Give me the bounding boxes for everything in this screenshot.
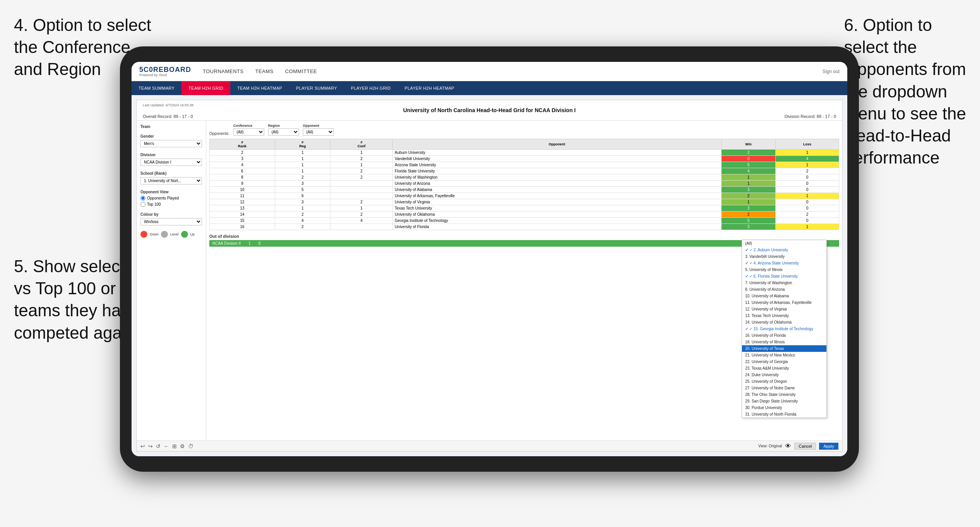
conference-label: Conference (233, 124, 264, 128)
dropdown-item[interactable]: 18. University of Illinois (742, 339, 826, 345)
sidebar-gender-section: Gender Men's (140, 134, 202, 147)
dropdown-item[interactable]: ✓ 2. Auburn University (742, 247, 826, 253)
nav-committee[interactable]: COMMITTEE (285, 68, 317, 74)
dropdown-item[interactable]: 5. University of Illinois (742, 266, 826, 273)
subnav-player-h2h-heatmap[interactable]: PLAYER H2H HEATMAP (398, 81, 461, 95)
conference-filter: Conference (All) (233, 124, 264, 136)
cell-conf: 1 (330, 205, 393, 211)
apply-button[interactable]: Apply (819, 443, 838, 450)
dropdown-item[interactable]: ✓ 6. Florida State University (742, 273, 826, 280)
settings-btn[interactable]: ⚙ (180, 443, 185, 449)
cell-name: University of Arizona (393, 181, 722, 187)
dropdown-item[interactable]: 10. University of Alabama (742, 293, 826, 299)
opponent-select[interactable]: (All) (303, 128, 334, 136)
table-row: 10 5 University of Alabama 3 0 (210, 187, 839, 193)
region-filter: Region (All) (268, 124, 299, 136)
dropdown-item[interactable]: 29. San Diego State University (742, 398, 826, 404)
cell-loss: 2 (776, 211, 839, 218)
dropdown-item[interactable]: 11. University of Arkansas, Fayetteville (742, 299, 826, 306)
subnav-team-summary[interactable]: TEAM SUMMARY (132, 81, 181, 95)
nav-tournaments[interactable]: TOURNAMENTS (203, 68, 244, 74)
table-row: 3 1 2 Vanderbilt University 0 4 (210, 156, 839, 162)
colour-by-select[interactable]: Win/loss (140, 218, 202, 225)
opponent-view-radio: Opponents Played Top 100 (140, 196, 202, 207)
dropdown-item[interactable]: 27. University of Notre Dame (742, 385, 826, 391)
subnav-player-summary[interactable]: PLAYER SUMMARY (289, 81, 344, 95)
undo-btn[interactable]: ↩ (140, 443, 145, 449)
nav-teams[interactable]: TEAMS (255, 68, 274, 74)
dropdown-item[interactable]: 14. University of Oklahoma (742, 319, 826, 326)
bottom-toolbar: ↩ ↪ ↺ ← ⊞ ⚙ ⏱ View: Original 👁 Cancel Ap… (137, 440, 842, 451)
report-record: Overall Record: 89 - 17 - 0 Division Rec… (143, 114, 836, 119)
cell-rank: 8 (210, 174, 275, 181)
dropdown-item[interactable]: 12. University of Virginia (742, 306, 826, 312)
subnav-player-h2h-grid[interactable]: PLAYER H2H GRID (344, 81, 398, 95)
opponents-label: Opponents: (209, 131, 229, 136)
dropdown-item[interactable]: 7. University of Washington (742, 280, 826, 286)
opponent-filter: Opponent (All) (303, 124, 334, 136)
dropdown-item[interactable]: ✓ 4. Arizona State University (742, 260, 826, 266)
cell-rank: 16 (210, 224, 275, 230)
dropdown-item[interactable]: ✓ 15. Georgia Institute of Technology (742, 326, 826, 332)
dropdown-item[interactable]: 13. Texas Tech University (742, 312, 826, 319)
dropdown-item[interactable]: 24. Duke University (742, 372, 826, 378)
radio-opponents-played[interactable]: Opponents Played (140, 196, 202, 201)
colour-by-label: Colour by (140, 212, 202, 217)
out-of-division-name: NCAA Division II (212, 241, 241, 246)
dropdown-item[interactable]: 16. University of Florida (742, 332, 826, 339)
dropdown-item[interactable]: 23. Texas A&M University (742, 365, 826, 372)
nav-items: TOURNAMENTS TEAMS COMMITTEE (203, 68, 317, 74)
cell-rank: 6 (210, 168, 275, 174)
logo: 5C0REBOARD Powered by cloud (139, 66, 203, 77)
copy-btn[interactable]: ⊞ (172, 443, 177, 449)
redo-btn[interactable]: ↪ (148, 443, 153, 449)
dropdown-item[interactable]: 20. University of Texas (742, 345, 826, 352)
division-select[interactable]: NCAA Division I (140, 159, 202, 166)
cell-rank: 15 (210, 218, 275, 224)
dropdown-item[interactable]: 30. Purdue University (742, 404, 826, 411)
out-of-division-loss: 0 (258, 241, 261, 246)
refresh-btn[interactable]: ↺ (156, 443, 161, 449)
region-select[interactable]: (All) (268, 128, 299, 136)
gender-select[interactable]: Men's (140, 140, 202, 147)
cell-reg: 2 (275, 224, 330, 230)
legend-up-dot (181, 231, 188, 238)
col-loss: Loss (776, 139, 839, 150)
dropdown-item[interactable]: 25. University of Oregon (742, 378, 826, 385)
dropdown-item[interactable]: 28. The Ohio State University (742, 391, 826, 398)
filters-row: Opponents: Conference (All) Region ( (209, 124, 839, 136)
school-select[interactable]: 1. University of Nort... (140, 177, 202, 184)
dropdown-item[interactable]: 31. University of North Florida (742, 411, 826, 418)
out-of-division-win: 1 (248, 241, 251, 246)
tablet-frame: 5C0REBOARD Powered by cloud TOURNAMENTS … (120, 46, 859, 472)
view-label: View: Original (758, 444, 782, 448)
radio-top-100[interactable]: Top 100 (140, 202, 202, 207)
opponent-dropdown[interactable]: (All)✓ 2. Auburn University3. Vanderbilt… (742, 240, 827, 418)
dropdown-item[interactable]: (All) (742, 240, 826, 247)
cell-reg: 4 (275, 218, 330, 224)
dropdown-item[interactable]: 8. University of Arizona (742, 286, 826, 293)
table-row: 6 1 2 Florida State University 4 2 (210, 168, 839, 174)
report-title: University of North Carolina Head-to-Hea… (143, 107, 836, 113)
clock-btn[interactable]: ⏱ (188, 443, 193, 449)
cell-conf: 2 (330, 174, 393, 181)
table-row: 2 1 1 Auburn University 2 1 (210, 150, 839, 156)
conference-select[interactable]: (All) (233, 128, 264, 136)
cell-conf: 4 (330, 218, 393, 224)
cell-loss: 1 (776, 224, 839, 230)
cancel-button[interactable]: Cancel (794, 443, 816, 450)
cell-name: Arizona State University (393, 162, 722, 168)
subnav-team-h2h-heatmap[interactable]: TEAM H2H HEATMAP (230, 81, 289, 95)
cell-win: 1 (721, 181, 775, 187)
back-btn[interactable]: ← (164, 443, 169, 449)
cell-conf: 1 (330, 150, 393, 156)
col-opponent: Opponent (393, 139, 722, 150)
subnav-team-h2h-grid[interactable]: TEAM H2H GRID (181, 81, 230, 95)
dropdown-item[interactable]: 22. University of Georgia (742, 358, 826, 365)
cell-loss: 0 (776, 174, 839, 181)
dropdown-item[interactable]: 21. University of New Mexico (742, 352, 826, 358)
dropdown-item[interactable]: 3. Vanderbilt University (742, 253, 826, 260)
cell-win: 5 (721, 218, 775, 224)
nav-signout[interactable]: Sign out (823, 69, 840, 74)
table-row: 13 1 1 Texas Tech University 3 0 (210, 205, 839, 211)
